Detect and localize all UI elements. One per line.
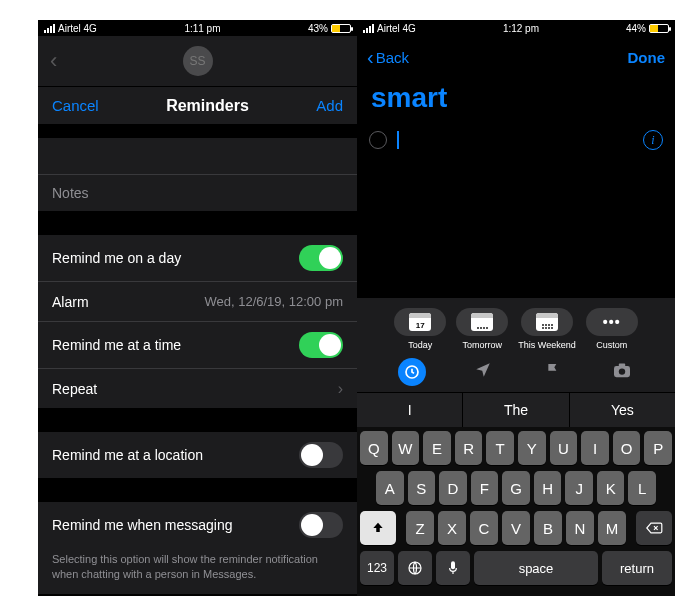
numbers-key[interactable]: 123 bbox=[360, 551, 394, 585]
battery-icon bbox=[331, 24, 351, 33]
key-k[interactable]: K bbox=[597, 471, 625, 505]
status-time: 1:11 pm bbox=[184, 23, 220, 34]
chevron-right-icon: › bbox=[338, 380, 343, 398]
location-icon[interactable] bbox=[471, 358, 495, 382]
row-remind-day[interactable]: Remind me on a day bbox=[38, 235, 357, 281]
space-key[interactable]: space bbox=[474, 551, 598, 585]
carrier-label: Airtel 4G bbox=[377, 23, 416, 34]
status-time: 1:12 pm bbox=[503, 23, 539, 34]
mic-key[interactable] bbox=[436, 551, 470, 585]
key-row-2: ASDFGHJKL bbox=[360, 471, 672, 505]
key-g[interactable]: G bbox=[502, 471, 530, 505]
toggle-remind-day[interactable] bbox=[299, 245, 343, 271]
list-title: smart bbox=[357, 78, 675, 124]
key-h[interactable]: H bbox=[534, 471, 562, 505]
status-bar: Airtel 4G 1:11 pm 43% bbox=[38, 20, 357, 36]
key-o[interactable]: O bbox=[613, 431, 641, 465]
key-u[interactable]: U bbox=[550, 431, 578, 465]
new-reminder-row[interactable]: i bbox=[357, 124, 675, 156]
phone-reminder-edit: Airtel 4G 1:11 pm 43% ‹ SS Cancel Remind… bbox=[38, 20, 357, 596]
key-e[interactable]: E bbox=[423, 431, 451, 465]
title-bar: ‹ SS bbox=[38, 36, 357, 86]
cancel-button[interactable]: Cancel bbox=[52, 97, 99, 114]
key-v[interactable]: V bbox=[502, 511, 530, 545]
chip-tomorrow[interactable]: Tomorrow bbox=[456, 308, 508, 350]
chip-custom[interactable]: •••Custom bbox=[586, 308, 638, 350]
key-q[interactable]: Q bbox=[360, 431, 388, 465]
time-icon[interactable] bbox=[398, 358, 426, 386]
prediction[interactable]: Yes bbox=[570, 393, 675, 427]
row-alarm[interactable]: Alarm Wed, 12/6/19, 12:00 pm bbox=[38, 281, 357, 321]
key-i[interactable]: I bbox=[581, 431, 609, 465]
key-l[interactable]: L bbox=[628, 471, 656, 505]
carrier-label: Airtel 4G bbox=[58, 23, 97, 34]
keyboard: QWERTYUIOP ASDFGHJKL ZXCVBNM 123 space r… bbox=[357, 427, 675, 596]
key-z[interactable]: Z bbox=[406, 511, 434, 545]
key-x[interactable]: X bbox=[438, 511, 466, 545]
key-row-3: ZXCVBNM bbox=[360, 511, 672, 545]
back-button[interactable]: ‹Back bbox=[367, 46, 409, 69]
back-chevron-icon[interactable]: ‹ bbox=[50, 48, 57, 74]
status-bar: Airtel 4G 1:12 pm 44% bbox=[357, 20, 675, 36]
done-button[interactable]: Done bbox=[628, 49, 666, 66]
svg-rect-3 bbox=[619, 364, 625, 367]
prediction[interactable]: I bbox=[357, 393, 463, 427]
prediction[interactable]: The bbox=[463, 393, 569, 427]
notes-field[interactable]: Notes bbox=[38, 174, 357, 211]
key-j[interactable]: J bbox=[565, 471, 593, 505]
svg-rect-5 bbox=[451, 561, 455, 569]
flag-icon[interactable] bbox=[541, 358, 565, 382]
return-key[interactable]: return bbox=[602, 551, 672, 585]
ellipsis-icon: ••• bbox=[603, 314, 621, 330]
keyboard-area: 17Today Tomorrow This Weekend •••Custom … bbox=[357, 298, 675, 596]
key-w[interactable]: W bbox=[392, 431, 420, 465]
globe-key[interactable] bbox=[398, 551, 432, 585]
row-repeat[interactable]: Repeat › bbox=[38, 368, 357, 408]
toggle-remind-time[interactable] bbox=[299, 332, 343, 358]
key-r[interactable]: R bbox=[455, 431, 483, 465]
svg-point-2 bbox=[619, 368, 625, 374]
key-row-4: 123 space return bbox=[360, 551, 672, 585]
shift-key[interactable] bbox=[360, 511, 396, 545]
calendar-icon bbox=[536, 313, 558, 331]
row-remind-location[interactable]: Remind me at a location bbox=[38, 432, 357, 478]
attribute-icons bbox=[357, 352, 675, 392]
battery-percent: 43% bbox=[308, 23, 328, 34]
title-field[interactable] bbox=[38, 138, 357, 174]
row-remind-time[interactable]: Remind me at a time bbox=[38, 321, 357, 368]
calendar-icon: 17 bbox=[409, 313, 431, 331]
key-y[interactable]: Y bbox=[518, 431, 546, 465]
key-c[interactable]: C bbox=[470, 511, 498, 545]
key-n[interactable]: N bbox=[566, 511, 594, 545]
signal-icon bbox=[44, 24, 55, 33]
checkbox-icon[interactable] bbox=[369, 131, 387, 149]
key-s[interactable]: S bbox=[408, 471, 436, 505]
signal-icon bbox=[363, 24, 374, 33]
backspace-key[interactable] bbox=[636, 511, 672, 545]
key-a[interactable]: A bbox=[376, 471, 404, 505]
key-t[interactable]: T bbox=[486, 431, 514, 465]
predictive-text: I The Yes bbox=[357, 392, 675, 427]
toggle-remind-location[interactable] bbox=[299, 442, 343, 468]
nav-bar: ‹Back Done bbox=[357, 36, 675, 78]
row-remind-messaging[interactable]: Remind me when messaging bbox=[38, 502, 357, 548]
key-p[interactable]: P bbox=[644, 431, 672, 465]
key-d[interactable]: D bbox=[439, 471, 467, 505]
battery-percent: 44% bbox=[626, 23, 646, 34]
info-icon[interactable]: i bbox=[643, 130, 663, 150]
battery-icon bbox=[649, 24, 669, 33]
avatar[interactable]: SS bbox=[183, 46, 213, 76]
camera-icon[interactable] bbox=[610, 358, 634, 382]
add-button[interactable]: Add bbox=[316, 97, 343, 114]
messaging-description: Selecting this option will show the remi… bbox=[38, 548, 357, 594]
alarm-value: Wed, 12/6/19, 12:00 pm bbox=[204, 294, 343, 309]
chip-today[interactable]: 17Today bbox=[394, 308, 446, 350]
key-b[interactable]: B bbox=[534, 511, 562, 545]
quick-date-chips: 17Today Tomorrow This Weekend •••Custom bbox=[357, 298, 675, 352]
key-m[interactable]: M bbox=[598, 511, 626, 545]
text-cursor bbox=[397, 131, 399, 149]
chevron-left-icon: ‹ bbox=[367, 46, 374, 69]
key-f[interactable]: F bbox=[471, 471, 499, 505]
toggle-remind-messaging[interactable] bbox=[299, 512, 343, 538]
chip-weekend[interactable]: This Weekend bbox=[518, 308, 575, 350]
